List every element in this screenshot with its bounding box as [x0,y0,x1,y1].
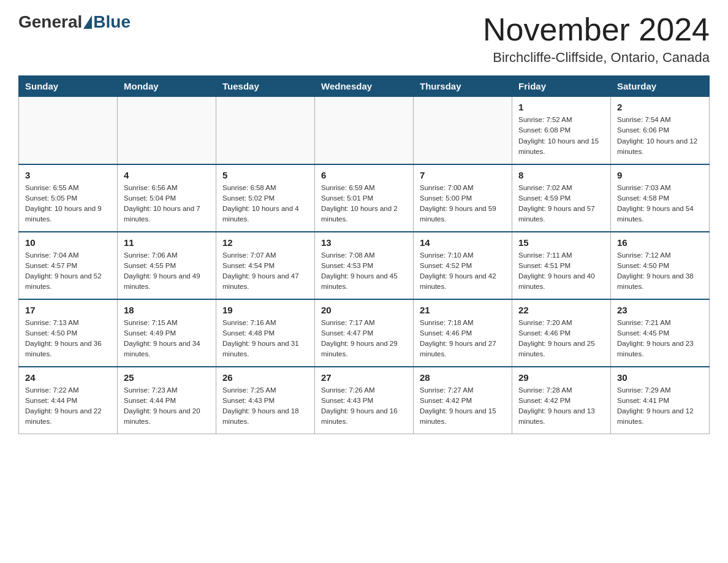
table-row: 19Sunrise: 7:16 AMSunset: 4:48 PMDayligh… [216,299,315,367]
table-row: 13Sunrise: 7:08 AMSunset: 4:53 PMDayligh… [315,232,414,299]
location-subtitle: Birchcliffe-Cliffside, Ontario, Canada [483,50,710,66]
day-number: 1 [518,102,604,112]
table-row: 4Sunrise: 6:56 AMSunset: 5:04 PMDaylight… [118,164,216,232]
day-info: Sunrise: 7:10 AMSunset: 4:52 PMDaylight:… [420,250,506,293]
day-number: 21 [420,305,506,315]
day-info: Sunrise: 7:17 AMSunset: 4:47 PMDaylight:… [321,318,407,360]
day-info: Sunrise: 7:22 AMSunset: 4:44 PMDaylight:… [25,385,111,427]
day-info: Sunrise: 7:28 AMSunset: 4:42 PMDaylight:… [518,385,604,427]
table-row: 28Sunrise: 7:27 AMSunset: 4:42 PMDayligh… [414,367,512,434]
table-row: 3Sunrise: 6:55 AMSunset: 5:05 PMDaylight… [19,164,118,232]
table-row: 22Sunrise: 7:20 AMSunset: 4:46 PMDayligh… [512,299,611,367]
day-number: 2 [617,102,703,112]
table-row: 15Sunrise: 7:11 AMSunset: 4:51 PMDayligh… [512,232,611,299]
calendar-week-row: 24Sunrise: 7:22 AMSunset: 4:44 PMDayligh… [19,367,710,434]
table-row: 20Sunrise: 7:17 AMSunset: 4:47 PMDayligh… [315,299,414,367]
day-info: Sunrise: 7:29 AMSunset: 4:41 PMDaylight:… [617,385,703,427]
day-info: Sunrise: 7:12 AMSunset: 4:50 PMDaylight:… [617,250,703,293]
table-row: 8Sunrise: 7:02 AMSunset: 4:59 PMDaylight… [512,164,611,232]
table-row: 6Sunrise: 6:59 AMSunset: 5:01 PMDaylight… [315,164,414,232]
table-row: 23Sunrise: 7:21 AMSunset: 4:45 PMDayligh… [611,299,710,367]
table-row: 2Sunrise: 7:54 AMSunset: 6:06 PMDaylight… [611,97,710,164]
day-number: 10 [25,237,111,248]
header-wednesday: Wednesday [315,76,414,97]
day-number: 28 [420,372,506,383]
table-row: 17Sunrise: 7:13 AMSunset: 4:50 PMDayligh… [19,299,118,367]
header-friday: Friday [512,76,611,97]
table-row: 9Sunrise: 7:03 AMSunset: 4:58 PMDaylight… [611,164,710,232]
day-number: 3 [25,170,111,180]
day-info: Sunrise: 7:02 AMSunset: 4:59 PMDaylight:… [518,183,604,225]
day-number: 9 [617,170,703,180]
table-row [19,97,118,164]
logo-blue-text: Blue [93,12,131,32]
day-number: 25 [124,372,210,383]
calendar-table: Sunday Monday Tuesday Wednesday Thursday… [18,75,710,434]
day-number: 8 [518,170,604,180]
day-info: Sunrise: 7:03 AMSunset: 4:58 PMDaylight:… [617,183,703,225]
day-number: 27 [321,372,407,383]
header-saturday: Saturday [611,76,710,97]
header-monday: Monday [118,76,216,97]
table-row: 29Sunrise: 7:28 AMSunset: 4:42 PMDayligh… [512,367,611,434]
page-header: General Blue November 2024 Birchcliffe-C… [18,12,710,66]
table-row: 27Sunrise: 7:26 AMSunset: 4:43 PMDayligh… [315,367,414,434]
day-info: Sunrise: 7:23 AMSunset: 4:44 PMDaylight:… [124,385,210,427]
table-row: 12Sunrise: 7:07 AMSunset: 4:54 PMDayligh… [216,232,315,299]
table-row: 24Sunrise: 7:22 AMSunset: 4:44 PMDayligh… [19,367,118,434]
day-info: Sunrise: 7:04 AMSunset: 4:57 PMDaylight:… [25,250,111,293]
day-info: Sunrise: 7:18 AMSunset: 4:46 PMDaylight:… [420,318,506,360]
table-row: 5Sunrise: 6:58 AMSunset: 5:02 PMDaylight… [216,164,315,232]
day-info: Sunrise: 7:08 AMSunset: 4:53 PMDaylight:… [321,250,407,293]
title-section: November 2024 Birchcliffe-Cliffside, Ont… [483,12,710,66]
day-info: Sunrise: 7:07 AMSunset: 4:54 PMDaylight:… [222,250,308,293]
calendar-week-row: 1Sunrise: 7:52 AMSunset: 6:08 PMDaylight… [19,97,710,164]
header-sunday: Sunday [19,76,118,97]
day-info: Sunrise: 7:11 AMSunset: 4:51 PMDaylight:… [518,250,604,293]
table-row [118,97,216,164]
day-info: Sunrise: 6:58 AMSunset: 5:02 PMDaylight:… [222,183,308,225]
day-number: 23 [617,305,703,315]
day-info: Sunrise: 7:26 AMSunset: 4:43 PMDaylight:… [321,385,407,427]
day-info: Sunrise: 7:15 AMSunset: 4:49 PMDaylight:… [124,318,210,360]
table-row [414,97,512,164]
day-info: Sunrise: 7:27 AMSunset: 4:42 PMDaylight:… [420,385,506,427]
weekday-header-row: Sunday Monday Tuesday Wednesday Thursday… [19,76,710,97]
day-number: 4 [124,170,210,180]
day-number: 26 [222,372,308,383]
calendar-week-row: 3Sunrise: 6:55 AMSunset: 5:05 PMDaylight… [19,164,710,232]
table-row: 14Sunrise: 7:10 AMSunset: 4:52 PMDayligh… [414,232,512,299]
table-row: 25Sunrise: 7:23 AMSunset: 4:44 PMDayligh… [118,367,216,434]
day-info: Sunrise: 6:55 AMSunset: 5:05 PMDaylight:… [25,183,111,225]
day-number: 7 [420,170,506,180]
day-info: Sunrise: 6:56 AMSunset: 5:04 PMDaylight:… [124,183,210,225]
day-info: Sunrise: 7:00 AMSunset: 5:00 PMDaylight:… [420,183,506,225]
day-info: Sunrise: 7:06 AMSunset: 4:55 PMDaylight:… [124,250,210,293]
header-tuesday: Tuesday [216,76,315,97]
table-row: 30Sunrise: 7:29 AMSunset: 4:41 PMDayligh… [611,367,710,434]
table-row: 16Sunrise: 7:12 AMSunset: 4:50 PMDayligh… [611,232,710,299]
calendar-week-row: 10Sunrise: 7:04 AMSunset: 4:57 PMDayligh… [19,232,710,299]
day-number: 5 [222,170,308,180]
table-row: 18Sunrise: 7:15 AMSunset: 4:49 PMDayligh… [118,299,216,367]
day-number: 11 [124,237,210,248]
day-info: Sunrise: 7:54 AMSunset: 6:06 PMDaylight:… [617,115,703,157]
day-number: 6 [321,170,407,180]
header-thursday: Thursday [414,76,512,97]
day-number: 12 [222,237,308,248]
day-number: 20 [321,305,407,315]
calendar-week-row: 17Sunrise: 7:13 AMSunset: 4:50 PMDayligh… [19,299,710,367]
day-number: 22 [518,305,604,315]
day-info: Sunrise: 6:59 AMSunset: 5:01 PMDaylight:… [321,183,407,225]
day-info: Sunrise: 7:52 AMSunset: 6:08 PMDaylight:… [518,115,604,157]
day-number: 15 [518,237,604,248]
day-number: 13 [321,237,407,248]
day-info: Sunrise: 7:25 AMSunset: 4:43 PMDaylight:… [222,385,308,427]
day-info: Sunrise: 7:16 AMSunset: 4:48 PMDaylight:… [222,318,308,360]
day-number: 30 [617,372,703,383]
day-info: Sunrise: 7:20 AMSunset: 4:46 PMDaylight:… [518,318,604,360]
table-row: 11Sunrise: 7:06 AMSunset: 4:55 PMDayligh… [118,232,216,299]
day-number: 14 [420,237,506,248]
day-number: 19 [222,305,308,315]
logo-triangle-icon [83,15,92,29]
